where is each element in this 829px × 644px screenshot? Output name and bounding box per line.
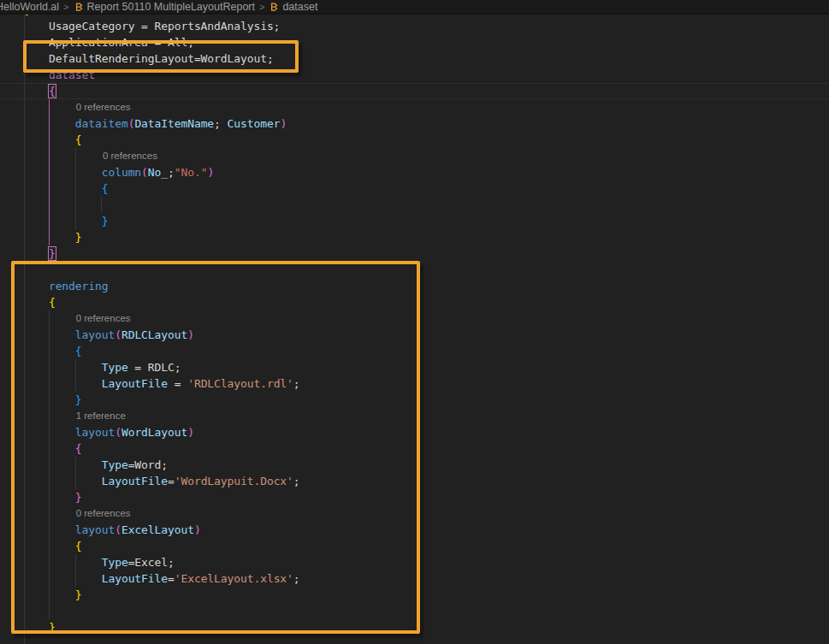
- code-token: column: [22, 166, 141, 179]
- code-token: ): [187, 328, 194, 341]
- code-token: [22, 491, 75, 504]
- code-token: (: [115, 426, 121, 439]
- code-token: 0 references: [76, 508, 131, 518]
- code-line: Type=Word;: [22, 457, 168, 473]
- code-token: ApplicationArea = All;: [22, 36, 194, 49]
- code-token: ): [207, 166, 214, 179]
- code-line: rendering: [22, 278, 108, 294]
- code-token: }: [75, 231, 82, 244]
- code-line: layout(ExcelLayout): [22, 522, 201, 538]
- code-line: layout(WordLayout): [22, 424, 194, 440]
- breadcrumb-separator: >: [63, 2, 68, 12]
- code-line: LayoutFile='WordLaypuit.Docx';: [22, 473, 300, 489]
- code-token: [22, 540, 75, 552]
- code-line: LayoutFile='ExcelLayout.xlsx';: [22, 570, 300, 587]
- code-token: layout: [22, 328, 115, 341]
- code-token: DataItemName: [134, 117, 214, 130]
- breadcrumb: HelloWorld.al > Report 50110 MultipleLay…: [0, 0, 829, 15]
- code-token: 0 references: [76, 102, 131, 112]
- code-line: }: [22, 229, 82, 245]
- code-line: }: [22, 213, 108, 229]
- code-editor-pane[interactable]: { UsageCategory = ReportsAndAnalysis; Ap…: [0, 0, 829, 644]
- codelens-reference-link[interactable]: 0 references: [103, 148, 157, 164]
- symbol-class-icon: [269, 2, 280, 13]
- code-token: LayoutFile: [22, 475, 168, 487]
- code-token: "No.": [175, 166, 208, 179]
- code-token: ExcelLayout: [121, 523, 194, 536]
- code-token: =: [168, 572, 175, 585]
- codelens-reference-link[interactable]: 1 reference: [76, 408, 126, 424]
- code-token: Customer: [228, 117, 281, 130]
- code-token: [22, 85, 49, 97]
- code-line: layout(RDLCLayout): [22, 327, 194, 343]
- code-token: [22, 215, 102, 227]
- code-token: [22, 393, 75, 406]
- codelens-reference-link[interactable]: 0 references: [76, 99, 131, 115]
- code-token: [22, 231, 75, 244]
- code-line: {: [22, 440, 82, 457]
- code-token: ): [280, 117, 287, 130]
- matched-bracket: }: [49, 247, 56, 260]
- code-token: ;: [293, 377, 300, 390]
- code-line: DefaultRenderingLayout=WordLayout;: [22, 50, 274, 67]
- code-token: dataset: [22, 68, 95, 81]
- breadcrumb-file-label: HelloWorld.al: [0, 1, 59, 13]
- code-line: {: [22, 538, 82, 554]
- code-line: dataset: [22, 67, 95, 83]
- code-token: ;: [168, 166, 175, 179]
- code-token: 0 references: [76, 313, 131, 323]
- code-line: }: [22, 392, 82, 408]
- code-token: =: [168, 475, 175, 487]
- code-token: }: [102, 215, 109, 227]
- code-line: }: [22, 245, 56, 262]
- code-token: [22, 133, 75, 146]
- code-token: }: [49, 621, 56, 634]
- code-token: DefaultRenderingLayout=WordLayout;: [22, 52, 274, 65]
- breadcrumb-item-dataset[interactable]: dataset: [269, 1, 317, 13]
- code-line: column(No_;"No."): [22, 164, 214, 180]
- code-token: ;: [293, 475, 300, 487]
- code-token: {: [75, 133, 82, 146]
- code-token: =: [168, 377, 187, 390]
- code-token: dataitem: [22, 117, 128, 130]
- codelens-reference-link[interactable]: 0 references: [76, 310, 131, 327]
- code-token: {: [49, 296, 56, 309]
- code-line: }: [22, 619, 56, 635]
- code-token: {: [102, 182, 109, 195]
- code-token: (: [115, 523, 121, 536]
- code-token: RDLCLayout: [121, 328, 187, 341]
- code-token: [22, 247, 49, 260]
- code-token: =Excel;: [128, 556, 175, 569]
- code-token: {: [75, 540, 82, 552]
- code-token: [22, 345, 75, 357]
- code-token: {: [75, 442, 82, 455]
- code-token: layout: [22, 523, 115, 536]
- code-line: UsageCategory = ReportsAndAnalysis;: [22, 18, 280, 34]
- code-token: layout: [22, 426, 115, 439]
- breadcrumb-item-file[interactable]: HelloWorld.al: [0, 1, 59, 13]
- code-token: }: [75, 491, 82, 504]
- code-line: {: [22, 343, 82, 359]
- code-token: WordLayout: [121, 426, 187, 439]
- breadcrumb-dataset-label: dataset: [282, 1, 317, 13]
- code-token: 0 references: [103, 151, 157, 161]
- breadcrumb-report-label: Report 50110 MultipleLayoutReport: [87, 1, 255, 13]
- code-token: ): [194, 523, 201, 536]
- code-token: [22, 296, 49, 309]
- code-token: 'RDLClayout.rdl': [187, 377, 293, 390]
- code-token: rendering: [22, 280, 108, 292]
- vscode-window: { UsageCategory = ReportsAndAnalysis; Ap…: [0, 0, 829, 644]
- code-token: [22, 588, 75, 601]
- code-line: }: [22, 489, 82, 505]
- code-token: ): [187, 426, 194, 439]
- codelens-reference-link[interactable]: 0 references: [76, 505, 131, 522]
- code-token: Type: [22, 361, 128, 374]
- matched-bracket: {: [49, 85, 56, 97]
- code-token: [22, 442, 75, 455]
- code-line: ApplicationArea = All;: [22, 34, 194, 50]
- breadcrumb-item-report[interactable]: Report 50110 MultipleLayoutReport: [74, 1, 255, 13]
- code-line: {: [22, 83, 56, 99]
- code-line: {: [22, 180, 108, 197]
- code-token: {: [75, 345, 82, 357]
- code-token: 1 reference: [76, 411, 126, 421]
